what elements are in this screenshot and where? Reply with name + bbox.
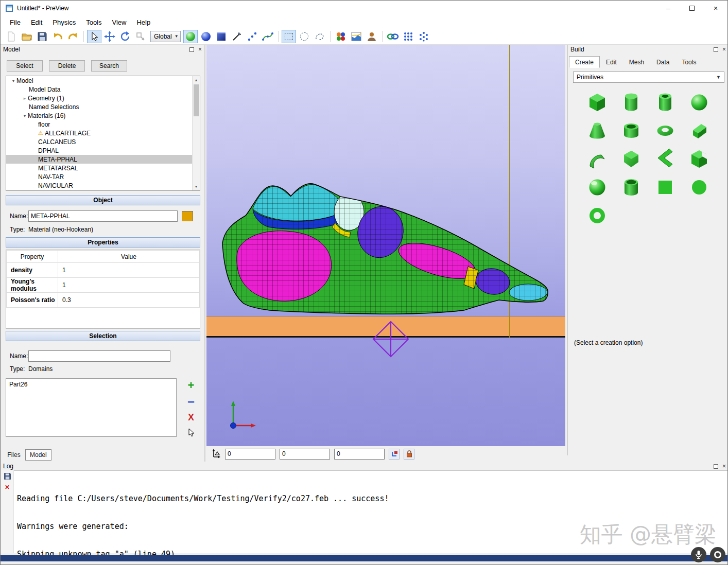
edge-tool-button[interactable] (230, 30, 244, 43)
tree-item-materials[interactable]: ▾ Materials (16) (6, 111, 200, 120)
add-selection-button[interactable]: + (185, 379, 197, 392)
primitive-shaded-sphere-icon[interactable] (585, 175, 609, 199)
tree-item-dphal[interactable]: DPHAL (6, 146, 200, 155)
tab-data[interactable]: Data (650, 56, 675, 68)
primitive-notched-box-icon[interactable] (687, 147, 711, 171)
tree-item-named-selections[interactable]: Named Selections (6, 102, 200, 111)
scale-tool-button[interactable] (133, 30, 148, 43)
scatter-points-button[interactable] (417, 30, 431, 43)
menu-physics[interactable]: Physics (47, 17, 81, 28)
tree-scrollbar[interactable]: ▲ ▼ (192, 76, 200, 190)
tab-create[interactable]: Create (569, 56, 600, 68)
save-log-button[interactable] (1, 470, 14, 482)
primitive-sphere-icon[interactable] (687, 91, 711, 114)
scroll-down-icon[interactable]: ▼ (193, 183, 200, 190)
grid-points-button[interactable] (401, 30, 415, 43)
tree-item-allcartilage[interactable]: ⚠ ALLCARTILAGE (6, 129, 200, 137)
new-file-button[interactable] (4, 30, 19, 43)
menu-view[interactable]: View (107, 17, 132, 28)
tree-item-navicular[interactable]: NAVICULAR (6, 181, 200, 190)
primitive-box-icon[interactable] (585, 91, 609, 114)
coord-y-input[interactable] (280, 449, 330, 460)
coord-x-input[interactable] (225, 449, 275, 460)
viewport[interactable] (206, 45, 565, 446)
primitive-hollow-cup-icon[interactable] (619, 119, 643, 143)
freehand-select-button[interactable] (313, 30, 327, 43)
minimize-button[interactable]: – (656, 1, 680, 16)
save-button[interactable] (35, 30, 49, 43)
primitive-tube-icon[interactable] (653, 91, 677, 114)
sphere-shade-button[interactable] (183, 30, 198, 43)
primitive-quarter-tube-icon[interactable] (585, 147, 609, 171)
plot-view-button[interactable] (349, 30, 363, 43)
rotate-tool-button[interactable] (118, 30, 132, 43)
delete-selection-button[interactable]: X (185, 411, 197, 423)
microphone-button[interactable] (691, 547, 706, 562)
record-button[interactable] (710, 547, 725, 562)
primitive-cylinder-icon[interactable] (619, 91, 643, 114)
tab-edit[interactable]: Edit (600, 56, 623, 68)
tab-mesh[interactable]: Mesh (623, 56, 650, 68)
float-panel-icon[interactable] (189, 47, 194, 52)
primitive-ring-icon[interactable] (585, 204, 609, 227)
select-button[interactable]: Select (7, 60, 43, 72)
primitive-hex-prism-icon[interactable] (619, 147, 643, 171)
close-button[interactable]: × (704, 1, 727, 16)
material-color-swatch[interactable] (182, 211, 193, 221)
node-tool-button[interactable] (245, 30, 259, 43)
box-view-button[interactable] (214, 30, 229, 43)
pivot-tool-icon[interactable] (211, 449, 221, 459)
clear-log-button[interactable]: ✕ (1, 482, 14, 493)
selection-name-input[interactable] (28, 350, 170, 362)
float-panel-icon[interactable] (714, 47, 718, 52)
remove-selection-button[interactable]: − (185, 396, 197, 408)
tab-tools[interactable]: Tools (675, 56, 702, 68)
float-panel-icon[interactable] (714, 464, 718, 469)
open-file-button[interactable] (20, 30, 34, 43)
material-colors-button[interactable] (334, 30, 348, 43)
link-button[interactable] (386, 30, 400, 43)
coord-z-input[interactable] (334, 449, 385, 460)
primitive-plane-icon[interactable] (653, 175, 677, 199)
tree-item-metatarsal[interactable]: METATARSAL (6, 164, 200, 172)
user-profile-button[interactable] (365, 30, 379, 43)
primitive-cone-icon[interactable] (585, 119, 609, 143)
primitives-dropdown[interactable]: Primitives ▼ (573, 72, 724, 83)
redo-button[interactable] (66, 30, 80, 43)
primitive-torus-icon[interactable] (653, 119, 677, 143)
maximize-button[interactable] (680, 1, 704, 16)
tree-item-model[interactable]: ▾ Model (6, 76, 200, 85)
menu-tools[interactable]: Tools (81, 17, 107, 28)
property-value-cell[interactable]: 1 (58, 263, 200, 278)
menu-file[interactable]: File (5, 17, 26, 28)
close-panel-icon[interactable]: × (722, 463, 726, 470)
chevron-right-icon[interactable]: ▸ (22, 96, 28, 101)
undo-button[interactable] (50, 30, 65, 43)
primitive-open-cylinder-icon[interactable] (619, 175, 643, 199)
close-panel-icon[interactable]: × (722, 46, 726, 53)
menu-help[interactable]: Help (131, 17, 155, 28)
primitive-disc-icon[interactable] (687, 175, 711, 199)
select-tool-button[interactable] (87, 30, 101, 43)
lock-axes-button[interactable] (389, 449, 400, 460)
coordinate-system-dropdown[interactable]: Global ▼ (150, 31, 181, 42)
chevron-down-icon[interactable]: ▾ (22, 113, 28, 118)
object-name-input[interactable] (28, 210, 178, 222)
primitive-elbow-icon[interactable] (653, 147, 677, 171)
translate-tool-button[interactable] (102, 30, 117, 43)
pick-selection-button[interactable] (185, 427, 197, 439)
property-value-cell[interactable]: 0.3 (58, 293, 200, 308)
lock-button[interactable] (404, 449, 414, 460)
list-item[interactable]: Part26 (9, 381, 173, 388)
rect-select-button[interactable] (282, 30, 296, 43)
property-value-cell[interactable]: 1 (58, 278, 200, 293)
circle-select-button[interactable] (297, 30, 311, 43)
tree-item-floor[interactable]: floor (6, 120, 200, 129)
sphere-wire-button[interactable] (199, 30, 213, 43)
menu-edit[interactable]: Edit (26, 17, 47, 28)
delete-button[interactable]: Delete (49, 60, 85, 72)
close-panel-icon[interactable]: × (198, 46, 202, 53)
tab-files[interactable]: Files (3, 449, 25, 461)
pivot-diamond[interactable] (371, 320, 410, 359)
tree-item-geometry[interactable]: ▸ Geometry (1) (6, 94, 200, 102)
